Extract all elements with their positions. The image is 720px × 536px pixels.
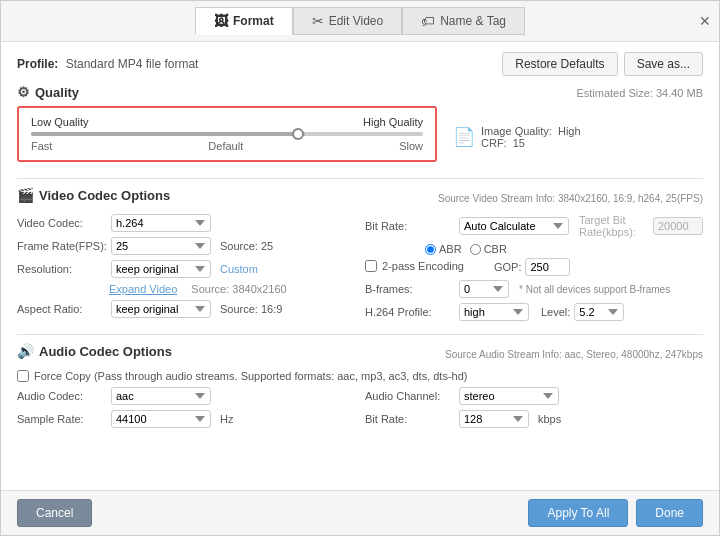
audio-channel-row: Audio Channel: stereo [365, 387, 703, 405]
aspect-ratio-row: Aspect Ratio: keep original Source: 16:9 [17, 300, 355, 318]
edit-video-icon: ✂ [312, 13, 324, 29]
audio-bitrate-row: Bit Rate: 128 kbps [365, 410, 703, 428]
twopass-row: 2-pass Encoding [365, 260, 464, 272]
tab-name-tag[interactable]: 🏷 Name & Tag [402, 7, 525, 35]
resolution-row: Resolution: keep original Custom [17, 260, 355, 278]
audio-bitrate-select[interactable]: 128 [459, 410, 529, 428]
tab-edit-video[interactable]: ✂ Edit Video [293, 7, 403, 35]
bitrate-row: Bit Rate: Auto Calculate Target Bit Rate… [365, 214, 703, 238]
force-copy-checkbox[interactable] [17, 370, 29, 382]
h264-profile-select[interactable]: high [459, 303, 529, 321]
name-tag-icon: 🏷 [421, 13, 435, 29]
profile-key: Profile: [17, 57, 58, 71]
audio-codec-left: Audio Codec: aac Sample Rate: 44100 Hz [17, 387, 355, 433]
sample-rate-row: Sample Rate: 44100 Hz [17, 410, 355, 428]
resolution-select[interactable]: keep original [111, 260, 211, 278]
abr-radio[interactable] [425, 244, 436, 255]
sample-rate-label: Sample Rate: [17, 413, 107, 425]
format-icon: 🖼 [214, 13, 228, 29]
abr-radio-item: ABR [425, 243, 462, 255]
profile-row: Profile: Standard MP4 file format Restor… [17, 52, 703, 76]
kbps-label: kbps [538, 413, 561, 425]
level-select[interactable]: 5.2 [574, 303, 624, 321]
gop-input[interactable] [525, 258, 570, 276]
target-bitrate-input[interactable] [653, 217, 703, 235]
twopass-label: 2-pass Encoding [382, 260, 464, 272]
image-quality-icon: 📄 [453, 126, 475, 148]
bitrate-label: Bit Rate: [365, 220, 455, 232]
audio-codec-field-label: Audio Codec: [17, 390, 107, 402]
h264-profile-row: H.264 Profile: high Level: 5.2 [365, 303, 703, 321]
fps-source: Source: 25 [220, 240, 273, 252]
video-codec-select[interactable]: h.264 [111, 214, 211, 232]
fast-label: Fast [31, 140, 52, 152]
audio-codec-title: 🔊 Audio Codec Options [17, 343, 172, 359]
aspect-ratio-select[interactable]: keep original [111, 300, 211, 318]
apply-to-all-button[interactable]: Apply To All [528, 499, 628, 527]
video-codec-field-label: Video Codec: [17, 217, 107, 229]
audio-codec-select[interactable]: aac [111, 387, 211, 405]
abr-cbr-group: ABR CBR [365, 243, 703, 255]
expand-video-link[interactable]: Expand Video [109, 283, 177, 295]
bframes-select[interactable]: 0 [459, 280, 509, 298]
hz-label: Hz [220, 413, 233, 425]
gop-label: GOP: [494, 261, 522, 273]
audio-codec-right: Audio Channel: stereo Bit Rate: 128 kbps [355, 387, 703, 433]
video-codec-section: 🎬 Video Codec Options Source Video Strea… [17, 187, 703, 326]
estimated-size: Estimated Size: 34.40 MB [576, 87, 703, 99]
quality-slider-track[interactable] [31, 132, 423, 136]
quality-section: ⚙ Quality Estimated Size: 34.40 MB Low Q… [17, 84, 703, 170]
quality-label: Quality [35, 85, 79, 100]
audio-channel-select[interactable]: stereo [459, 387, 559, 405]
video-codec-label: Video Codec Options [39, 188, 170, 203]
title-bar: 🖼 Format ✂ Edit Video 🏷 Name & Tag ✕ [1, 1, 719, 42]
fps-select[interactable]: 25 [111, 237, 211, 255]
resolution-custom[interactable]: Custom [220, 263, 258, 275]
bframes-row: B-frames: 0 * Not all devices support B-… [365, 280, 703, 298]
close-button[interactable]: ✕ [699, 13, 711, 29]
image-quality-row: Image Quality: High [481, 125, 581, 137]
video-codec-right: Bit Rate: Auto Calculate Target Bit Rate… [355, 214, 703, 326]
content-area: Profile: Standard MP4 file format Restor… [1, 42, 719, 490]
force-copy-label: Force Copy (Pass through audio streams. … [34, 370, 467, 382]
footer-right: Apply To All Done [528, 499, 703, 527]
resolution-source: Source: 3840x2160 [191, 283, 286, 295]
done-button[interactable]: Done [636, 499, 703, 527]
audio-codec-row: Audio Codec: aac [17, 387, 355, 405]
h264-profile-label: H.264 Profile: [365, 306, 455, 318]
cancel-button[interactable]: Cancel [17, 499, 92, 527]
footer: Cancel Apply To All Done [1, 490, 719, 535]
tab-format-label: Format [233, 14, 274, 28]
bframes-label: B-frames: [365, 283, 455, 295]
quality-right-panel: 📄 Image Quality: High CRF: 15 [453, 125, 581, 152]
audio-source-info: Source Audio Stream Info: aac, Stereo, 4… [445, 349, 703, 360]
gop-row: GOP: [494, 258, 571, 276]
audio-codec-section: 🔊 Audio Codec Options Source Audio Strea… [17, 343, 703, 433]
resolution-label: Resolution: [17, 263, 107, 275]
tab-format[interactable]: 🖼 Format [195, 7, 293, 35]
quality-slider-fill [31, 132, 305, 136]
level-label: Level: [541, 306, 570, 318]
cbr-radio[interactable] [470, 244, 481, 255]
restore-defaults-button[interactable]: Restore Defaults [502, 52, 617, 76]
video-codec-left: Video Codec: h.264 Frame Rate(FPS): 25 S… [17, 214, 355, 326]
cbr-label: CBR [484, 243, 507, 255]
twopass-checkbox[interactable] [365, 260, 377, 272]
abr-label: ABR [439, 243, 462, 255]
save-as-button[interactable]: Save as... [624, 52, 703, 76]
aspect-ratio-source: Source: 16:9 [220, 303, 282, 315]
quality-labels-bottom: Fast Default Slow [31, 140, 423, 152]
high-quality-label: High Quality [363, 116, 423, 128]
fps-label: Frame Rate(FPS): [17, 240, 107, 252]
video-codec-icon: 🎬 [17, 187, 34, 203]
not-support-note: * Not all devices support B-frames [519, 284, 670, 295]
bitrate-select[interactable]: Auto Calculate [459, 217, 569, 235]
video-codec-title: 🎬 Video Codec Options [17, 187, 170, 203]
sample-rate-select[interactable]: 44100 [111, 410, 211, 428]
profile-buttons: Restore Defaults Save as... [502, 52, 703, 76]
profile-value: Standard MP4 file format [66, 57, 199, 71]
slow-label: Slow [399, 140, 423, 152]
low-quality-label: Low Quality [31, 116, 88, 128]
default-label: Default [208, 140, 243, 152]
force-copy-row: Force Copy (Pass through audio streams. … [17, 370, 703, 382]
